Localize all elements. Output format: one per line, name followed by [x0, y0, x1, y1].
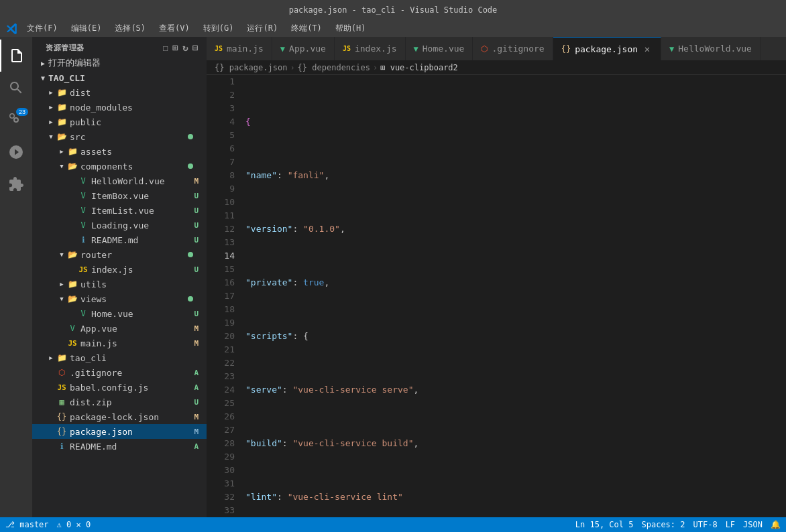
src-icon: 📂 [56, 131, 67, 142]
dist-arrow: ▶ [46, 87, 56, 98]
ln-13: 13 [212, 236, 235, 249]
sidebar-item-router-index[interactable]: JS index.js U [32, 262, 207, 277]
sidebar-item-gitignore[interactable]: ⬡ .gitignore A [32, 365, 207, 380]
status-errors[interactable]: ⚠ 0 ✕ 0 [57, 520, 91, 529]
sidebar-item-node-modules[interactable]: ▶ 📁 node_modules [32, 100, 207, 115]
tab-homevue[interactable]: ▼ Home.vue [406, 37, 473, 60]
explorer-icon[interactable] [0, 40, 32, 72]
code-content: { "name": "fanli", "version": "0.1.0", "… [240, 75, 786, 517]
tab-gitignore[interactable]: ⬡ .gitignore [473, 37, 553, 60]
assets-label: assets [80, 147, 199, 157]
status-branch[interactable]: ⎇ master [5, 520, 49, 529]
il-icon: V [78, 205, 89, 216]
sidebar-item-readme2[interactable]: ℹ README.md A [32, 439, 207, 454]
tabs-bar: JS main.js ▼ App.vue JS index.js ▼ Home.… [207, 37, 786, 60]
sidebar-item-packagejson[interactable]: {} package.json M [32, 424, 207, 439]
ln-5: 5 [212, 129, 235, 142]
sidebar-item-itembox[interactable]: V ItemBox.vue U [32, 188, 207, 203]
extensions-icon[interactable] [0, 168, 32, 200]
sidebar-item-components[interactable]: ▼ 📂 components [32, 159, 207, 174]
menu-edit[interactable]: 编辑(E) [66, 21, 107, 36]
tab-mainjs[interactable]: JS main.js [207, 37, 272, 60]
sidebar-item-loading[interactable]: V Loading.vue U [32, 218, 207, 232]
ln-22: 22 [212, 356, 235, 370]
assets-arrow: ▶ [56, 146, 67, 157]
menu-run[interactable]: 运行(R) [241, 21, 283, 36]
menu-select[interactable]: 选择(S) [109, 21, 151, 36]
views-label: views [80, 294, 188, 304]
new-file-icon[interactable]: ☐ [162, 42, 168, 53]
sidebar-item-packagelock[interactable]: {} package-lock.json M [32, 409, 207, 424]
ri-badge: U [194, 265, 199, 274]
status-bell[interactable]: 🔔 [771, 520, 781, 529]
rm1-arrow [67, 235, 78, 245]
new-folder-icon[interactable]: ⊞ [172, 42, 178, 53]
hv-badge: U [194, 310, 199, 318]
code-line-7: "build": "vue-cli-service build", [245, 437, 781, 450]
sidebar-item-utils[interactable]: ▶ 📁 utils [32, 277, 207, 291]
sidebar-item-homevue[interactable]: V Home.vue U [32, 306, 207, 321]
sidebar-item-mainjs[interactable]: JS main.js M [32, 336, 207, 350]
bc-arrow [46, 382, 56, 393]
mj-label: main.js [80, 338, 190, 348]
refresh-icon[interactable]: ↻ [182, 42, 188, 53]
router-dot [188, 252, 193, 257]
utils-arrow: ▶ [56, 279, 67, 289]
src-dot [188, 134, 193, 139]
tab-packagejson-close[interactable]: ✕ [642, 44, 653, 54]
tc-label: tao_cli [70, 353, 199, 363]
breadcrumb-vueclipboard2[interactable]: ⊞ vue-clipboard2 [380, 63, 458, 72]
project-name: TAO_CLI [48, 73, 199, 83]
sidebar-item-taocli[interactable]: ▶ 📁 tao_cli [32, 350, 207, 365]
ln-31: 31 [212, 477, 235, 490]
tab-appvue[interactable]: ▼ App.vue [272, 37, 335, 60]
src-arrow: ▼ [46, 131, 56, 142]
app-title: package.json - tao_cli - Visual Studio C… [289, 5, 498, 15]
bc-badge: A [194, 383, 199, 392]
breadcrumb-dependencies[interactable]: {} dependencies [298, 63, 370, 72]
menu-help[interactable]: 帮助(H) [330, 21, 372, 36]
sidebar-item-views[interactable]: ▼ 📂 views [32, 291, 207, 306]
breadcrumb-packagejson[interactable]: {} package.json [215, 63, 287, 72]
menu-file[interactable]: 文件(F) [21, 21, 63, 36]
menu-goto[interactable]: 转到(G) [198, 21, 239, 36]
menu-view[interactable]: 查看(V) [154, 21, 195, 36]
open-editors-header[interactable]: ▶ 打开的编辑器 [32, 56, 207, 70]
project-root[interactable]: ▼ TAO_CLI [32, 70, 207, 85]
sidebar-item-distzip[interactable]: ▦ dist.zip U [32, 395, 207, 409]
ib-badge: U [194, 192, 199, 200]
sidebar-item-assets[interactable]: ▶ 📁 assets [32, 144, 207, 159]
tab-helloworldvue[interactable]: ▼ HelloWorld.vue [661, 37, 761, 60]
dist-label: dist [70, 88, 199, 98]
status-eol[interactable]: LF [726, 520, 735, 529]
collapse-icon[interactable]: ⊟ [192, 42, 199, 53]
sidebar-item-itemlist[interactable]: V ItemList.vue U [32, 203, 207, 218]
status-encoding[interactable]: UTF-8 [693, 520, 718, 529]
sidebar-item-helloworld[interactable]: V HelloWorld.vue M [32, 174, 207, 188]
sidebar-item-router[interactable]: ▼ 📂 router [32, 247, 207, 262]
open-editors-label: 打开的编辑器 [48, 57, 199, 69]
sidebar-item-appvue[interactable]: V App.vue M [32, 321, 207, 336]
git-icon[interactable]: 23 [0, 104, 32, 136]
menu-terminal[interactable]: 终端(T) [286, 21, 327, 36]
rm2-icon: ℹ [56, 441, 67, 452]
sidebar-item-babel[interactable]: JS babel.config.js A [32, 380, 207, 395]
ln-19: 19 [212, 316, 235, 330]
sidebar-item-readme1[interactable]: ℹ README.md U [32, 232, 207, 247]
tab-packagejson[interactable]: {} package.json ✕ [553, 37, 661, 60]
search-icon[interactable] [0, 72, 32, 104]
ln-10: 10 [212, 196, 235, 209]
status-position[interactable]: Ln 15, Col 5 [575, 520, 634, 529]
sidebar-item-public[interactable]: ▶ 📁 public [32, 115, 207, 129]
tab-indexjs-label: index.js [355, 44, 397, 54]
sidebar-item-dist[interactable]: ▶ 📁 dist [32, 85, 207, 100]
lv-icon: V [78, 220, 89, 230]
debug-icon[interactable] [0, 136, 32, 168]
sidebar-item-src[interactable]: ▼ 📂 src [32, 129, 207, 144]
tab-indexjs[interactable]: JS index.js [335, 37, 406, 60]
status-language[interactable]: JSON [743, 520, 763, 529]
code-editor[interactable]: 1 2 3 4 5 6 7 8 9 10 11 12 13 14 15 16 1… [207, 75, 786, 517]
status-spaces[interactable]: Spaces: 2 [641, 520, 685, 529]
mj-badge: M [194, 339, 199, 348]
ln-29: 29 [212, 450, 235, 464]
